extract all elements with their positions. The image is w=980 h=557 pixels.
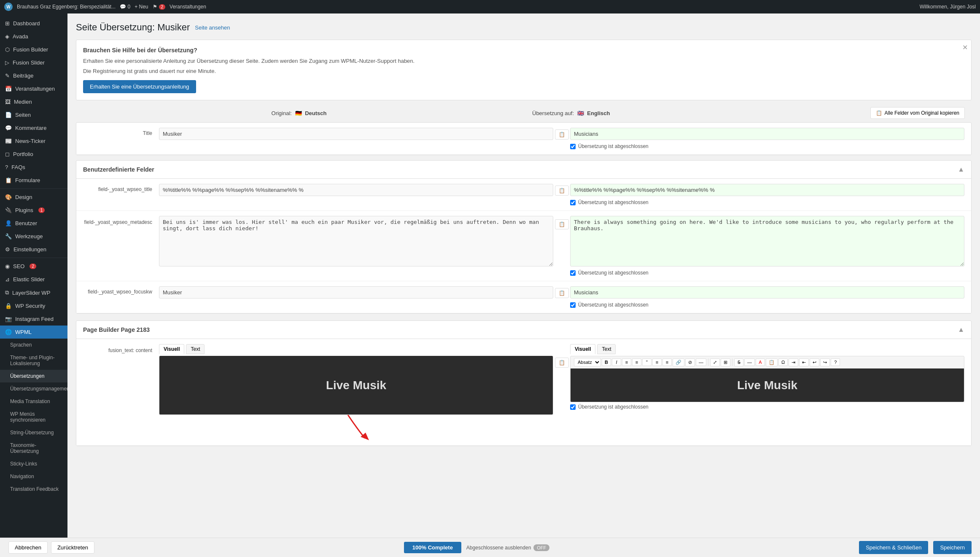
copy-all-fields-button[interactable]: 📋 Alle Felder vom Original kopieren (870, 107, 965, 119)
sidebar-sub-ubersetzungen[interactable]: Übersetzungen (0, 370, 67, 382)
sidebar-sub-wp-menus[interactable]: WP Menüs synchronisieren (0, 408, 67, 426)
custom-fields-collapse-button[interactable]: ▲ (958, 166, 964, 173)
sidebar-item-wpml[interactable]: 🌐 WPML (0, 326, 67, 339)
translation-visual-area[interactable]: Live Musik (570, 369, 964, 402)
title-copy-button[interactable]: 📋 (555, 129, 569, 140)
original-tab-text[interactable]: Text (186, 344, 205, 354)
toolbar-help-button[interactable]: ? (831, 358, 840, 366)
comments-link[interactable]: 💬 0 (120, 4, 130, 10)
yoast-focuskw-translation-input[interactable] (570, 286, 964, 299)
toolbar-fullscreen-button[interactable]: ⤢ (710, 358, 720, 366)
sidebar-sub-translation-feedback[interactable]: Translation Feedback (0, 483, 67, 495)
yoast-focuskw-original-input[interactable] (159, 286, 553, 299)
toolbar-bold-button[interactable]: B (602, 358, 611, 366)
sidebar-item-medien[interactable]: 🖼 Medien (0, 95, 67, 108)
sidebar-item-plugins[interactable]: 🔌 Plugins 1 (0, 204, 67, 217)
toolbar-italic-button[interactable]: I (612, 358, 621, 366)
sidebar-item-benutzer[interactable]: 👤 Benutzer (0, 217, 67, 230)
toolbar-omega-button[interactable]: Ω (778, 358, 788, 366)
sidebar-item-design[interactable]: 🎨 Design (0, 191, 67, 204)
original-tab-visuell[interactable]: Visuell (159, 344, 184, 354)
view-page-link[interactable]: Seite ansehen (195, 24, 230, 31)
toolbar-undo-button[interactable]: ↩ (810, 358, 819, 366)
toolbar-blockquote-button[interactable]: " (642, 358, 652, 366)
yoast-focuskw-completed-checkbox[interactable] (570, 302, 576, 308)
toolbar-paragraph-select[interactable]: Absatz (574, 358, 601, 366)
toolbar-list-ol-button[interactable]: ≡ (632, 358, 641, 366)
sidebar-item-seiten[interactable]: 📄 Seiten (0, 108, 67, 121)
toggle-off-label[interactable]: OFF (533, 544, 549, 551)
yoast-focuskw-copy-button[interactable]: 📋 (555, 288, 569, 298)
yoast-metadesc-completed-checkbox[interactable] (570, 270, 576, 276)
yoast-title-translation-input[interactable] (570, 184, 964, 196)
toolbar-list-ul-button[interactable]: ≡ (622, 358, 631, 366)
sidebar-sub-theme-plugin[interactable]: Theme- und Plugin-Lokalisierung (0, 351, 67, 370)
sidebar-item-veranstaltungen[interactable]: 📅 Veranstaltungen (0, 82, 67, 95)
toolbar-indent-button[interactable]: ⇥ (789, 358, 798, 366)
sidebar-sub-taxonomie[interactable]: Taxonomie-Übersetzung (0, 439, 67, 457)
sidebar-sub-ubersetzungsmanagement[interactable]: Übersetzungsmanagement (0, 382, 67, 395)
yoast-metadesc-translation-textarea[interactable]: There is always something going on here.… (570, 216, 964, 266)
sidebar-item-formulare[interactable]: 📋 Formulare (0, 174, 67, 187)
new-link[interactable]: + Neu (135, 4, 148, 10)
page-builder-collapse-button[interactable]: ▲ (958, 326, 964, 334)
toolbar-color-button[interactable]: A (756, 358, 765, 366)
sidebar-item-news-ticker[interactable]: 📰 News-Ticker (0, 135, 67, 148)
toolbar-outdent-button[interactable]: ⇤ (799, 358, 809, 366)
progress-button[interactable]: 100% Complete (404, 542, 461, 553)
sidebar-item-wp-security[interactable]: 🔒 WP Security (0, 299, 67, 312)
toolbar-extra-button[interactable]: ⊞ (721, 358, 730, 366)
wpml-link[interactable]: ⚑ 2 (153, 4, 166, 10)
title-completed-checkbox[interactable] (570, 144, 576, 149)
notice-cta-button[interactable]: Erhalten Sie eine Übersetzungsanleitung (83, 80, 196, 93)
wp-logo[interactable]: W (4, 3, 13, 11)
toolbar-link-button[interactable]: 🔗 (673, 358, 684, 366)
yoast-title-original-input[interactable] (159, 184, 553, 196)
yoast-metadesc-copy-button[interactable]: 📋 (555, 219, 569, 229)
site-name[interactable]: Brauhaus Graz Eggenberg: Bierspezialität… (17, 4, 116, 10)
back-button[interactable]: Zurücktreten (51, 541, 94, 554)
sidebar-item-einstellungen[interactable]: ⚙ Einstellungen (0, 243, 67, 256)
translation-tab-visuell[interactable]: Visuell (570, 344, 595, 354)
events-link[interactable]: Veranstaltungen (170, 4, 206, 10)
cancel-button[interactable]: Abbrechen (8, 541, 48, 554)
sidebar-sub-sticky-links[interactable]: Sticky-Links (0, 457, 67, 470)
sidebar-item-beitrage[interactable]: ✎ Beiträge (0, 69, 67, 82)
title-original-input[interactable] (159, 128, 553, 140)
fusion-text-copy-button[interactable]: 📋 (555, 358, 569, 368)
sidebar-item-werkzeuge[interactable]: 🔧 Werkzeuge (0, 230, 67, 243)
toolbar-more-button[interactable]: — (696, 358, 706, 366)
toolbar-redo-button[interactable]: ↪ (820, 358, 830, 366)
sidebar-item-seo[interactable]: ◉ SEO 2 (0, 260, 67, 273)
title-translation-input[interactable] (570, 128, 964, 140)
sidebar-item-faqs[interactable]: ? FAQs (0, 161, 67, 174)
sidebar-sub-string-ubersetzung[interactable]: String-Übersetzung (0, 426, 67, 439)
sidebar-item-elastic-slider[interactable]: ⊿ Elastic Slider (0, 273, 67, 286)
toolbar-minus-button[interactable]: — (744, 358, 755, 366)
sidebar-sub-media-translation[interactable]: Media Translation (0, 395, 67, 408)
sidebar-item-layerslider[interactable]: ⧉ LayerSlider WP (0, 286, 67, 299)
sidebar-item-fusion-builder[interactable]: ⬡ Fusion Builder (0, 43, 67, 56)
sidebar-sub-sprachen[interactable]: Sprachen (0, 339, 67, 351)
toolbar-align-left-button[interactable]: ≡ (652, 358, 662, 366)
toolbar-strikethrough-button[interactable]: S̶ (734, 358, 743, 366)
toolbar-align-center-button[interactable]: ≡ (662, 358, 672, 366)
yoast-title-completed-checkbox[interactable] (570, 200, 576, 205)
yoast-metadesc-original-textarea[interactable]: Bei uns is' immer was los. Hier stell' m… (159, 216, 553, 266)
toolbar-unlink-button[interactable]: ⊘ (685, 358, 695, 366)
sidebar-item-kommentare[interactable]: 💬 Kommentare (0, 121, 67, 135)
sidebar-item-fusion-slider[interactable]: ▷ Fusion Slider (0, 56, 67, 69)
fusion-text-completed-checkbox[interactable] (570, 404, 576, 410)
toolbar-paste-button[interactable]: 📋 (766, 358, 778, 366)
translation-tab-text[interactable]: Text (597, 344, 616, 354)
sidebar-item-portfolio[interactable]: ◻ Portfolio (0, 148, 67, 161)
title-translation-wrap: Übersetzung ist abgeschlossen (570, 128, 964, 149)
sidebar-sub-navigation[interactable]: Navigation (0, 470, 67, 483)
save-close-button[interactable]: Speichern & Schließen (859, 541, 928, 554)
sidebar-item-dashboard[interactable]: ⊞ Dashboard (0, 17, 67, 30)
save-button[interactable]: Speichern (933, 541, 972, 554)
notice-close-icon[interactable]: ✕ (962, 43, 968, 51)
yoast-title-copy-button[interactable]: 📋 (555, 186, 569, 196)
sidebar-item-avada[interactable]: ◈ Avada (0, 30, 67, 43)
sidebar-item-instagram-feed[interactable]: 📷 Instagram Feed (0, 312, 67, 326)
